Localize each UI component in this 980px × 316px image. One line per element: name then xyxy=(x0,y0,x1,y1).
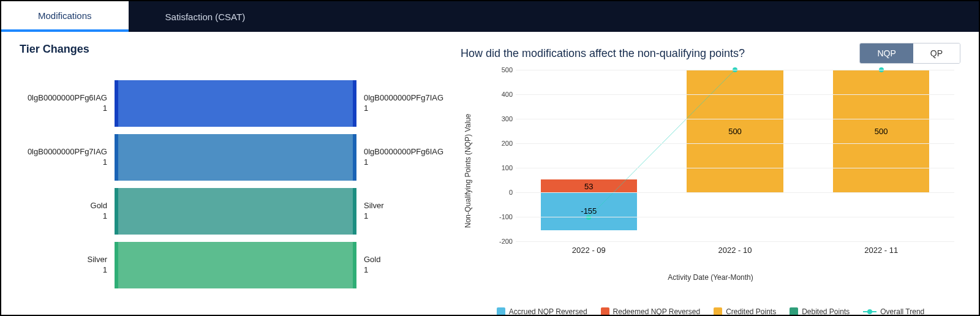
dashboard-frame: Modifications Satisfaction (CSAT) Tier C… xyxy=(0,0,980,316)
tier-row: 0lgB0000000PFg6IAG1 0lgB0000000PFg7IAG1 xyxy=(20,80,448,127)
tier-changes-title: Tier Changes xyxy=(20,43,448,56)
swatch-debited xyxy=(790,307,798,316)
legend-accrued-label: Accrued NQP Reversed xyxy=(509,307,587,316)
tier-bar-fill xyxy=(118,80,353,127)
x-tick: 2022 - 11 xyxy=(864,246,898,255)
trend-points-layer xyxy=(516,70,954,241)
tier-left-label: 0lgB0000000PFg7IAG1 xyxy=(20,147,115,168)
tier-right-label: 0lgB0000000PFg7IAG1 xyxy=(356,93,448,114)
tier-right-label: Gold1 xyxy=(356,255,448,276)
legend-redeemed: Redeemed NQP Reversed xyxy=(601,307,701,316)
legend-trend-label: Overall Trend xyxy=(880,307,924,316)
y-axis-label: Non-Qualifying Points (NQP) Value xyxy=(464,114,472,228)
y-tick: 500 xyxy=(491,66,513,73)
tier-rows-container: 0lgB0000000PFg6IAG1 0lgB0000000PFg7IAG1 … xyxy=(20,74,448,288)
tier-left-label: Gold1 xyxy=(20,201,115,222)
nqp-panel: How did the modifications affect the non… xyxy=(461,43,960,316)
swatch-redeemed xyxy=(601,307,609,316)
grid-line xyxy=(516,192,954,193)
tier-bar-fill xyxy=(118,242,353,288)
y-tick: 300 xyxy=(491,115,513,122)
tier-bar xyxy=(115,80,356,127)
content-area: Tier Changes 0lgB0000000PFg6IAG1 0lgB000… xyxy=(1,32,979,316)
tier-row: Gold1 Silver1 xyxy=(20,188,448,235)
toggle-nqp[interactable]: NQP xyxy=(860,43,913,63)
tier-left-label: Silver1 xyxy=(20,255,115,276)
legend-credited-label: Credited Points xyxy=(726,307,776,316)
grid-line xyxy=(516,143,954,144)
nqp-chart: Non-Qualifying Points (NQP) Value -15553… xyxy=(491,70,954,272)
y-tick: 200 xyxy=(491,140,513,147)
legend-debited-label: Debited Points xyxy=(802,307,850,316)
grid-line xyxy=(516,119,954,119)
nqp-title: How did the modifications affect the non… xyxy=(461,47,745,60)
legend-trend: Overall Trend xyxy=(863,307,924,316)
nqp-qp-toggle: NQP QP xyxy=(859,43,960,64)
tier-bar-fill xyxy=(118,188,353,235)
tier-bar-fill xyxy=(118,134,353,181)
tab-bar: Modifications Satisfaction (CSAT) xyxy=(1,1,979,32)
x-tick: 2022 - 09 xyxy=(572,246,606,255)
y-tick: -100 xyxy=(491,213,513,220)
legend: Accrued NQP Reversed Redeemed NQP Revers… xyxy=(461,307,960,316)
y-tick: 400 xyxy=(491,91,513,98)
tier-row: 0lgB0000000PFg7IAG1 0lgB0000000PFg6IAG1 xyxy=(20,134,448,181)
tab-csat[interactable]: Satisfaction (CSAT) xyxy=(129,1,282,32)
y-tick: 100 xyxy=(491,164,513,171)
x-axis-label: Activity Date (Year-Month) xyxy=(461,273,960,282)
swatch-accrued xyxy=(497,307,505,316)
tier-bar xyxy=(115,134,356,181)
y-tick: 0 xyxy=(491,189,513,196)
tier-right-label: 0lgB0000000PFg6IAG1 xyxy=(356,147,448,168)
x-tick: 2022 - 10 xyxy=(718,246,752,255)
tier-left-label: 0lgB0000000PFg6IAG1 xyxy=(20,93,115,114)
plot-area: -15553500500 -200-1000100200300400500202… xyxy=(516,70,954,241)
tier-bar xyxy=(115,242,356,288)
grid-line xyxy=(516,94,954,95)
legend-credited: Credited Points xyxy=(714,307,776,316)
legend-debited: Debited Points xyxy=(790,307,850,316)
tab-modifications[interactable]: Modifications xyxy=(1,1,129,32)
grid-line xyxy=(516,217,954,217)
toggle-qp[interactable]: QP xyxy=(913,43,960,63)
tier-right-label: Silver1 xyxy=(356,201,448,222)
swatch-trend xyxy=(863,311,876,312)
legend-redeemed-label: Redeemed NQP Reversed xyxy=(613,307,701,316)
y-tick: -200 xyxy=(491,238,513,245)
tier-changes-panel: Tier Changes 0lgB0000000PFg6IAG1 0lgB000… xyxy=(20,43,448,316)
grid-line xyxy=(516,241,954,242)
nqp-header: How did the modifications affect the non… xyxy=(461,43,960,64)
grid-line xyxy=(516,168,954,168)
swatch-credited xyxy=(714,307,722,316)
tier-row: Silver1 Gold1 xyxy=(20,242,448,288)
tier-bar xyxy=(115,188,356,235)
legend-accrued: Accrued NQP Reversed xyxy=(497,307,587,316)
grid-line xyxy=(516,70,954,70)
